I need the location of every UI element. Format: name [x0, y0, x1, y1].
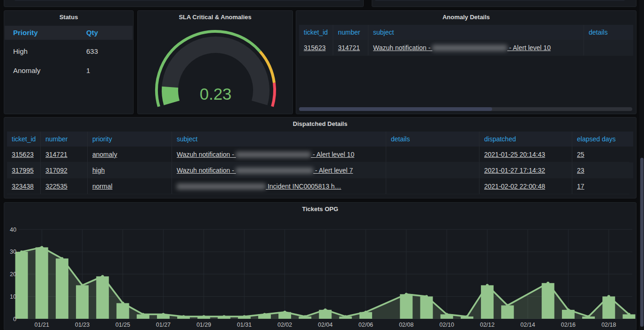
x-axis-tick-label: 02/18	[601, 322, 616, 328]
column-header-number[interactable]: number	[333, 25, 368, 40]
column-header-dispatched[interactable]: dispatched	[479, 132, 572, 147]
cell-subject: Wazuh notification - - Alert level 7	[172, 162, 386, 178]
top-partial-panel-right	[372, 0, 637, 7]
dispatched-details-panel: Dispatched Details ticket_idnumberpriori…	[4, 117, 637, 198]
panel-title-sla-gauge[interactable]: SLA Critical & Anomalies	[138, 11, 292, 24]
table-row: 315623314721Wazuh notification - - Alert…	[299, 40, 633, 56]
column-header-priority[interactable]: priority	[88, 132, 172, 147]
cell-text[interactable]: 314721	[338, 44, 360, 51]
tickets-opg-panel: Tickets OPG 01020304001/2101/2301/2501/2…	[4, 202, 637, 330]
cell-priority: high	[88, 162, 172, 178]
panel-title-dispatched-details[interactable]: Dispatched Details	[4, 117, 636, 131]
subject-link[interactable]: Wazuh notification - - Alert level 7	[177, 167, 353, 174]
anomaly-horizontal-scrollbar[interactable]	[299, 107, 632, 111]
cell-ticket_id: 323438	[7, 178, 41, 194]
column-header-elapsed-days[interactable]: elapsed days	[572, 132, 629, 147]
column-header-priority[interactable]: Priority	[5, 26, 82, 40]
cell-details	[584, 40, 632, 56]
cell-text[interactable]: 314721	[45, 151, 67, 158]
x-axis-tick-label: 02/04	[318, 322, 332, 328]
y-axis-tick-label: 40	[10, 227, 16, 233]
anomaly-details-panel: Anomaly Details ticket_idnumbersubjectde…	[296, 10, 637, 114]
column-header-subject[interactable]: subject	[368, 25, 584, 40]
cell-ticket_id: 315623	[7, 147, 41, 162]
cell-elapsed-days: 25	[572, 147, 629, 162]
dispatched-details-table: ticket_idnumberprioritysubjectdetailsdis…	[7, 132, 633, 194]
subject-link[interactable]: Wazuh notification - - Alert level 10	[373, 44, 551, 51]
top-partial-content-right	[375, 0, 625, 1]
cell-text[interactable]: 323438	[12, 183, 34, 190]
cell-dispatched: 2021-01-27 17:14:32	[479, 162, 572, 178]
column-header-ticket_id[interactable]: ticket_id	[7, 132, 41, 147]
column-header-number[interactable]: number	[41, 132, 88, 147]
gauge-value: 0.23	[200, 85, 232, 103]
subject-link[interactable]: Incident INC0005813 h…	[177, 183, 341, 190]
column-header-details[interactable]: details	[386, 132, 479, 147]
cell-text[interactable]: 2021-02-02 22:00:48	[484, 183, 545, 190]
subject-link[interactable]: Wazuh notification - - Alert level 10	[177, 151, 354, 158]
cell-text[interactable]: 315623	[304, 44, 326, 51]
cell-text[interactable]: normal	[92, 183, 112, 190]
cell-text[interactable]: high	[92, 167, 105, 174]
x-axis-tick-label: 02/14	[520, 322, 535, 328]
cell-text[interactable]: 317092	[45, 167, 67, 174]
column-header-details[interactable]: details	[584, 25, 632, 40]
x-axis-tick-label: 02/02	[277, 322, 292, 328]
x-axis-tick-label: 01/23	[75, 322, 90, 328]
cell-priority: normal	[88, 178, 172, 194]
panel-title-anomaly-details[interactable]: Anomaly Details	[296, 11, 636, 24]
cell-number: 322535	[41, 178, 88, 194]
top-partial-panel-left	[4, 0, 364, 7]
y-axis-tick-label: 0	[13, 316, 16, 323]
cell-text[interactable]: 25	[577, 151, 584, 158]
cell-qty: 633	[82, 42, 133, 61]
cell-details	[386, 162, 479, 178]
column-header-ticket_id[interactable]: ticket_id	[299, 25, 333, 40]
column-header-qty[interactable]: Qty	[82, 26, 133, 40]
cell-text[interactable]: 2021-01-25 20:14:43	[484, 151, 545, 158]
cell-subject: Wazuh notification - - Alert level 10	[368, 40, 584, 56]
cell-text[interactable]: 17	[577, 183, 584, 190]
y-axis-tick-label: 10	[10, 293, 16, 300]
y-axis-tick-label: 20	[10, 271, 16, 278]
tickets-opg-chart: 01020304001/2101/2301/2501/2701/2901/310…	[4, 203, 636, 330]
x-axis-tick-label: 01/31	[237, 322, 252, 328]
cell-dispatched: 2021-02-02 22:00:48	[479, 178, 572, 194]
x-axis-tick-label: 02/06	[359, 322, 373, 328]
anomaly-details-table: ticket_idnumbersubjectdetails31562331472…	[299, 25, 633, 56]
y-axis-tick-label: 30	[10, 249, 16, 255]
cell-dispatched: 2021-01-25 20:14:43	[479, 147, 572, 162]
redacted-text	[432, 45, 507, 51]
status-table-body: High633Anomaly1	[5, 42, 133, 80]
cell-text[interactable]: 317995	[12, 167, 34, 174]
cell-priority: High	[5, 42, 82, 61]
redacted-text	[177, 183, 266, 190]
top-partial-content-left	[15, 0, 360, 1]
cell-priority: Anomaly	[5, 61, 82, 80]
status-table-header: Priority Qty	[5, 26, 133, 40]
sla-gauge-panel: SLA Critical & Anomalies 0.23	[137, 10, 293, 114]
x-axis-tick-label: 02/10	[440, 322, 454, 328]
page-scrollbar-thumb[interactable]	[640, 158, 644, 327]
cell-text[interactable]: 315623	[12, 151, 34, 158]
cell-text[interactable]: anomaly	[92, 151, 117, 158]
column-header-subject[interactable]: subject	[172, 132, 386, 147]
cell-ticket_id: 317995	[7, 162, 41, 178]
x-axis-tick-label: 02/12	[480, 322, 494, 328]
cell-elapsed-days: 17	[572, 178, 629, 194]
cell-details	[386, 147, 479, 162]
cell-text[interactable]: 322535	[45, 183, 67, 190]
x-axis-tick-label: 02/16	[561, 322, 576, 328]
x-axis-tick-label: 01/21	[35, 322, 49, 328]
redacted-text	[236, 168, 313, 174]
table-row: High633	[5, 42, 133, 61]
cell-qty: 1	[82, 61, 133, 80]
status-panel: Status Priority Qty High633Anomaly1	[4, 10, 134, 114]
cell-text[interactable]: 23	[577, 167, 584, 174]
anomaly-horizontal-scrollbar-thumb[interactable]	[299, 107, 492, 111]
cell-text[interactable]: 2021-01-27 17:14:32	[484, 167, 545, 174]
x-axis-tick-label: 01/29	[196, 322, 211, 328]
redacted-text	[236, 152, 311, 158]
cell-priority: anomaly	[88, 147, 172, 162]
panel-title-status[interactable]: Status	[4, 11, 133, 24]
